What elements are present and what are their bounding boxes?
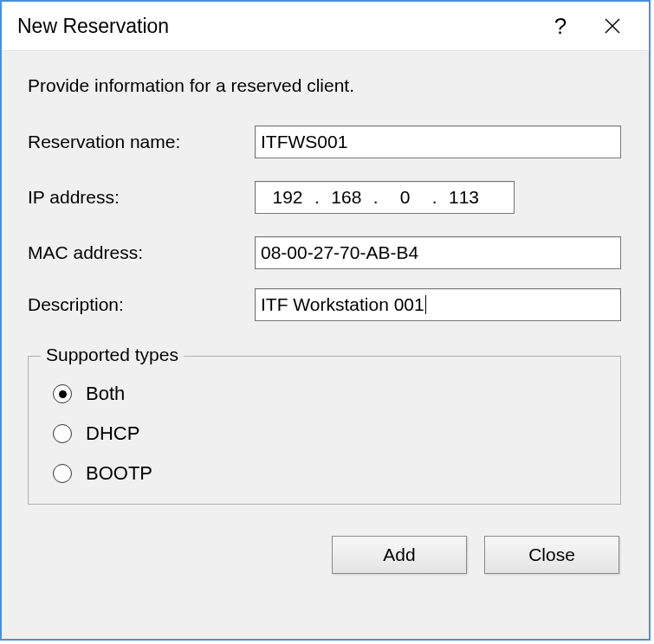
description-input[interactable]: ITF Workstation 001 — [255, 288, 621, 321]
ip-seg3[interactable] — [380, 186, 431, 209]
help-button[interactable]: ? — [534, 2, 586, 50]
titlebar: New Reservation ? — [2, 2, 649, 51]
close-window-button[interactable] — [586, 2, 638, 50]
radio-dhcp[interactable]: DHCP — [53, 422, 601, 445]
ip-seg2[interactable] — [321, 186, 372, 209]
add-button[interactable]: Add — [332, 536, 467, 574]
reservation-name-label: Reservation name: — [28, 132, 255, 152]
row-reservation-name: Reservation name: — [28, 126, 621, 158]
radio-dhcp-label: DHCP — [86, 422, 139, 445]
supported-types-legend: Supported types — [41, 345, 184, 365]
reservation-name-input[interactable] — [255, 126, 621, 158]
radio-both-label: Both — [86, 383, 125, 405]
row-ip-address: IP address: . . . — [28, 181, 621, 214]
supported-types-group: Supported types Both DHCP BOOTP — [28, 356, 621, 505]
ip-seg4[interactable] — [439, 186, 489, 209]
ip-seg1[interactable] — [262, 186, 313, 209]
new-reservation-dialog: New Reservation ? Provide information fo… — [0, 0, 651, 641]
row-description: Description: ITF Workstation 001 — [28, 288, 621, 321]
mac-address-label: MAC address: — [28, 242, 255, 263]
ip-dot: . — [313, 187, 321, 208]
radio-bootp[interactable]: BOOTP — [53, 462, 601, 485]
row-mac-address: MAC address: — [28, 236, 621, 269]
instruction-text: Provide information for a reserved clien… — [28, 75, 621, 96]
ip-address-label: IP address: — [28, 187, 255, 208]
ip-dot: . — [372, 187, 380, 208]
radio-dhcp-indicator — [53, 424, 72, 443]
description-value: ITF Workstation 001 — [261, 294, 424, 315]
dialog-buttons: Add Close — [28, 536, 621, 574]
mac-address-input[interactable] — [255, 236, 621, 269]
radio-bootp-label: BOOTP — [86, 462, 152, 485]
radio-bootp-indicator — [53, 464, 72, 483]
ip-address-input[interactable]: . . . — [255, 181, 515, 214]
close-button[interactable]: Close — [484, 536, 619, 574]
description-label: Description: — [28, 294, 255, 315]
radio-both[interactable]: Both — [53, 383, 601, 405]
ip-dot: . — [431, 187, 439, 208]
dialog-title: New Reservation — [17, 15, 534, 38]
close-icon — [604, 17, 621, 35]
dialog-content: Provide information for a reserved clien… — [2, 51, 649, 639]
radio-both-indicator — [53, 384, 72, 403]
